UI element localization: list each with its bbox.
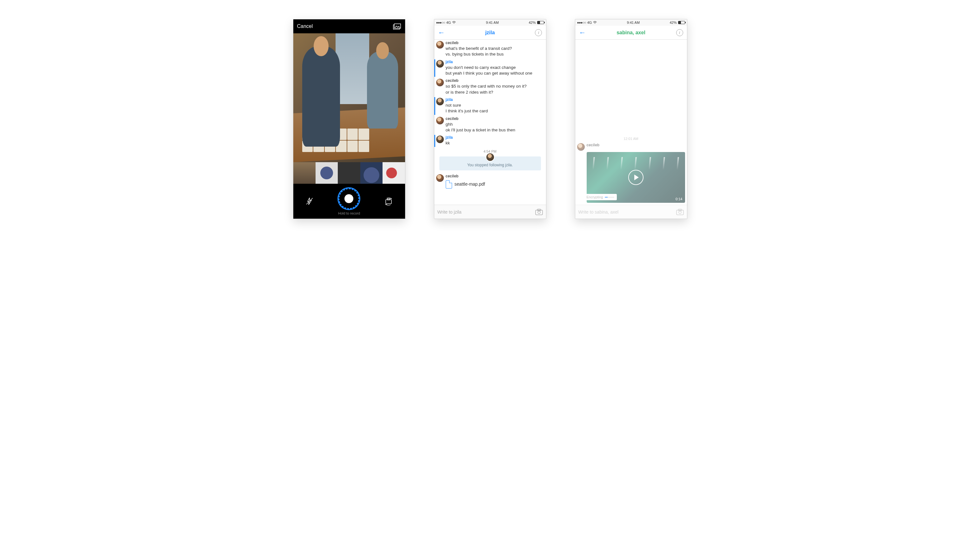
system-event-text: You stopped following jzila. bbox=[443, 163, 538, 167]
svg-point-10 bbox=[538, 211, 540, 213]
svg-point-13 bbox=[679, 211, 681, 213]
back-button[interactable]: ← bbox=[438, 29, 445, 37]
message-text: I think it's just the card bbox=[446, 108, 543, 114]
message-username: cecileb bbox=[446, 174, 543, 179]
message-username: cecileb bbox=[587, 142, 684, 147]
message: jzila not sure I think it's just the car… bbox=[434, 97, 546, 116]
message-username: cecileb bbox=[446, 116, 543, 121]
progress-bar bbox=[605, 197, 614, 198]
message: jzila you don't need to carry exact chan… bbox=[434, 59, 546, 78]
message: jzila kk bbox=[434, 134, 546, 147]
message-username: cecileb bbox=[446, 78, 543, 83]
compose-input[interactable]: Write to jzila bbox=[437, 209, 533, 215]
avatar bbox=[486, 153, 495, 162]
encrypting-label: Encrypting bbox=[587, 195, 603, 199]
thumbnail-strip[interactable] bbox=[293, 162, 405, 184]
nav-bar: ← jzila i bbox=[434, 26, 546, 40]
back-button[interactable]: ← bbox=[579, 29, 586, 37]
avatar[interactable] bbox=[436, 174, 444, 182]
gallery-icon[interactable] bbox=[393, 23, 401, 29]
avatar[interactable] bbox=[436, 41, 444, 48]
message-text: or is there 2 rides with it? bbox=[446, 89, 543, 95]
attachment-filename: seattle-map.pdf bbox=[454, 181, 485, 187]
play-icon[interactable] bbox=[628, 170, 644, 185]
avatar[interactable] bbox=[577, 143, 585, 151]
compose-bar: Write to jzila bbox=[434, 205, 546, 219]
message-text: you don't need to carry exact change bbox=[446, 65, 543, 70]
network-label: 4G bbox=[446, 21, 451, 24]
chat-title[interactable]: sabina, axel bbox=[616, 30, 645, 36]
chat-title[interactable]: jzila bbox=[485, 30, 495, 36]
thumbnail[interactable] bbox=[315, 162, 338, 184]
message: cecileb so $5 is only the card with no m… bbox=[434, 78, 546, 97]
status-time: 9:41 AM bbox=[627, 21, 640, 24]
status-bar: ●●●○○ 4G 9:41 AM 42% bbox=[575, 19, 687, 26]
hold-to-record-label: Hold to record bbox=[338, 211, 360, 215]
message-username: jzila bbox=[446, 59, 543, 65]
compose-input[interactable]: Write to sabina, axel bbox=[578, 209, 674, 215]
system-event: You stopped following jzila. bbox=[439, 157, 541, 170]
avatar[interactable] bbox=[436, 98, 444, 105]
switch-camera-icon[interactable] bbox=[384, 197, 393, 206]
camera-controls: Hold to record bbox=[293, 184, 405, 219]
message-text: ghh bbox=[446, 121, 543, 127]
camera-screen: Cancel Hold to record bbox=[293, 19, 405, 219]
info-button[interactable]: i bbox=[535, 29, 542, 36]
network-label: 4G bbox=[587, 21, 592, 24]
message: cecileb ghh ok I'll just buy a ticket in… bbox=[434, 116, 546, 134]
battery-icon bbox=[537, 21, 544, 24]
camera-attach-icon[interactable] bbox=[676, 209, 684, 215]
video-attachment[interactable]: 0:14 Encrypting bbox=[587, 152, 685, 203]
avatar[interactable] bbox=[436, 79, 444, 86]
status-bar: ●●●○○ 4G 9:41 AM 42% bbox=[434, 19, 546, 26]
avatar[interactable] bbox=[436, 136, 444, 143]
message-text: so $5 is only the card with no money on … bbox=[446, 84, 543, 89]
battery-percent: 42% bbox=[529, 21, 535, 24]
message-text: what's the benefit of a transit card? bbox=[446, 46, 543, 52]
thumbnail[interactable] bbox=[293, 162, 315, 184]
shutter-button[interactable] bbox=[338, 187, 360, 210]
chat-screen-jzila: ●●●○○ 4G 9:41 AM 42% ← jzila i cecileb w… bbox=[434, 19, 547, 219]
timestamp: 12:01 AM bbox=[575, 136, 687, 142]
message-text: but yeah I think you can get away withou… bbox=[446, 70, 543, 76]
info-button[interactable]: i bbox=[676, 29, 683, 36]
thumbnail[interactable] bbox=[338, 162, 360, 184]
camera-viewfinder[interactable] bbox=[293, 33, 405, 162]
thumbnail[interactable] bbox=[383, 162, 405, 184]
status-time: 9:41 AM bbox=[486, 21, 499, 24]
flash-off-icon[interactable] bbox=[305, 197, 314, 206]
camera-header: Cancel bbox=[293, 19, 405, 33]
chat-screen-group: ●●●○○ 4G 9:41 AM 42% ← sabina, axel i 12… bbox=[575, 19, 687, 219]
wifi-icon bbox=[593, 21, 597, 24]
message-username: jzila bbox=[446, 97, 543, 102]
message-text: kk bbox=[446, 140, 543, 146]
compose-bar: Write to sabina, axel bbox=[575, 205, 687, 219]
file-icon bbox=[446, 180, 452, 189]
signal-dots: ●●●○○ bbox=[436, 21, 445, 24]
camera-attach-icon[interactable] bbox=[535, 209, 543, 215]
battery-percent: 42% bbox=[670, 21, 676, 24]
video-duration: 0:14 bbox=[676, 197, 682, 201]
avatar[interactable] bbox=[436, 117, 444, 124]
message: cecileb what's the benefit of a transit … bbox=[434, 40, 546, 59]
cancel-button[interactable]: Cancel bbox=[297, 23, 313, 29]
battery-icon bbox=[678, 21, 685, 24]
signal-dots: ●●●○○ bbox=[577, 21, 586, 24]
nav-bar: ← sabina, axel i bbox=[575, 26, 687, 40]
message-text: ok I'll just buy a ticket in the bus the… bbox=[446, 127, 543, 133]
thumbnail[interactable] bbox=[360, 162, 383, 184]
encrypting-badge: Encrypting bbox=[587, 194, 617, 200]
svg-rect-4 bbox=[386, 200, 391, 204]
message-username: cecileb bbox=[446, 40, 543, 45]
chat-messages[interactable]: cecileb what's the benefit of a transit … bbox=[434, 40, 546, 205]
svg-rect-5 bbox=[387, 199, 390, 200]
message-username: jzila bbox=[446, 135, 543, 140]
message: cecileb seattle-map.pdf bbox=[434, 173, 546, 191]
message-text: vs. bying bus tickets in the bus bbox=[446, 52, 543, 57]
message: cecileb bbox=[575, 142, 687, 151]
chat-messages[interactable]: 12:01 AM cecileb 0:14 Encrypting bbox=[575, 40, 687, 205]
avatar[interactable] bbox=[436, 60, 444, 68]
attachment-file[interactable]: seattle-map.pdf bbox=[446, 179, 543, 190]
message-text: not sure bbox=[446, 102, 543, 108]
wifi-icon bbox=[452, 21, 456, 24]
